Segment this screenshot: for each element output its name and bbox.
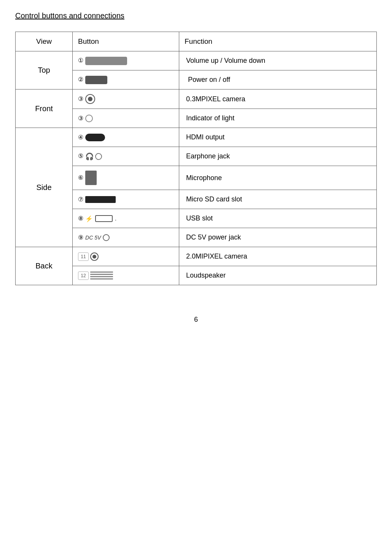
num-label-2: ② <box>78 76 83 83</box>
num-label-1: ① <box>78 57 83 64</box>
button-hdmi: ④ <box>73 128 179 147</box>
button-volume: ① <box>73 51 179 70</box>
table-row: Back 11 2.0MIPIXEL camera <box>16 247 377 266</box>
camera-front-icon <box>85 94 95 104</box>
dc-icon: DC 5V <box>85 234 110 241</box>
speaker-line-4 <box>90 278 113 279</box>
sdcard-icon <box>85 196 116 203</box>
speaker-grille-icon <box>90 271 113 279</box>
num-label-7: ⑦ <box>78 196 83 203</box>
button-earphone: ⑤ 🎧 <box>73 147 179 166</box>
earphone-plug-icon: 🎧 <box>85 152 94 161</box>
control-table: View Button Function Top ① Volume up / V… <box>15 32 377 285</box>
button-sdcard: ⑦ <box>73 190 179 209</box>
speaker-line-1 <box>90 271 113 273</box>
earphone-circle-icon <box>95 153 102 160</box>
usb-icon: ⚡ . <box>85 215 116 222</box>
dc-circle-icon <box>103 234 110 241</box>
button-camera-front: ③ <box>73 89 179 109</box>
func-sdcard: Micro SD card slot <box>179 190 377 209</box>
cam-lens-icon <box>90 252 99 261</box>
num-label-6: ⑥ <box>78 174 83 181</box>
func-volume: Volume up / Volume down <box>179 51 377 70</box>
camera-back-icon: 11 <box>78 252 99 261</box>
earphone-icon: 🎧 <box>85 152 102 161</box>
speaker-icon: 12 <box>78 271 113 280</box>
usb-dot: . <box>115 216 116 222</box>
button-camera-back: 11 <box>73 247 179 266</box>
func-speaker: Loudspeaker <box>179 266 377 285</box>
func-power: Power on / off <box>179 70 377 89</box>
speaker-line-2 <box>90 274 113 275</box>
usb-port-icon <box>95 215 113 222</box>
func-light: Indicator of light <box>179 109 377 128</box>
cam-num-icon: 11 <box>78 252 89 261</box>
table-row: Top ① Volume up / Volume down <box>16 51 377 70</box>
func-usb: USB slot <box>179 209 377 228</box>
usb-symbol-icon: ⚡ <box>85 215 93 222</box>
func-hdmi: HDMI output <box>179 128 377 147</box>
view-front: Front <box>16 89 73 128</box>
power-icon <box>85 76 107 84</box>
speaker-num-icon: 12 <box>78 271 89 280</box>
view-top: Top <box>16 51 73 89</box>
button-power: ② <box>73 70 179 89</box>
view-side: Side <box>16 128 73 247</box>
func-earphone: Earphone jack <box>179 147 377 166</box>
header-view: View <box>16 32 73 51</box>
view-back: Back <box>16 247 73 285</box>
button-light: ③ <box>73 109 179 128</box>
header-function: Function <box>179 32 377 51</box>
num-label-8: ⑧ <box>78 215 83 222</box>
num-label-5: ⑤ <box>78 153 83 159</box>
header-button: Button <box>73 32 179 51</box>
button-mic: ⑥ <box>73 166 179 190</box>
light-icon <box>85 115 93 122</box>
num-label-4: ④ <box>78 134 83 141</box>
button-speaker: 12 <box>73 266 179 285</box>
button-dc: ⑨ DC 5V <box>73 228 179 247</box>
page-number: 6 <box>15 316 377 324</box>
num-label-3b: ③ <box>78 115 83 121</box>
table-row: Front ③ 0.3MPIXEL camera <box>16 89 377 109</box>
button-usb: ⑧ ⚡ . <box>73 209 179 228</box>
table-header: View Button Function <box>16 32 377 51</box>
num-label-3a: ③ <box>78 96 83 102</box>
func-dc: DC 5V power jack <box>179 228 377 247</box>
speaker-line-3 <box>90 276 113 277</box>
page-title: Control buttons and connections <box>15 11 377 20</box>
func-camera-front: 0.3MPIXEL camera <box>179 89 377 109</box>
hdmi-icon <box>85 134 105 141</box>
func-mic: Microphone <box>179 166 377 190</box>
dc-text: DC 5V <box>85 235 101 241</box>
mic-icon <box>85 171 97 185</box>
table-row: Side ④ HDMI output <box>16 128 377 147</box>
func-camera-back: 2.0MIPIXEL camera <box>179 247 377 266</box>
num-label-9: ⑨ <box>78 234 83 241</box>
volume-icon <box>85 57 127 65</box>
